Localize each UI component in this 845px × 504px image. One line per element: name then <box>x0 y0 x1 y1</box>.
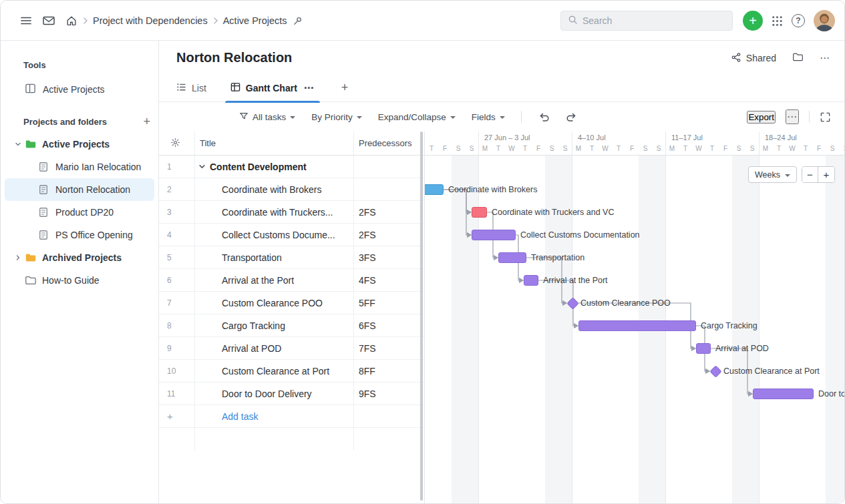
table-row-custom-clearance-poo[interactable]: 7Custom Clearance POO5FF <box>159 292 424 314</box>
sidebar-item-archived-projects[interactable]: Archived Projects <box>5 246 154 269</box>
user-avatar[interactable] <box>814 10 835 31</box>
group-by-dropdown[interactable]: By Priority <box>311 112 362 122</box>
main-panel: Norton Relocation Shared ⋯ <box>159 41 844 503</box>
help-icon[interactable]: ? <box>792 14 805 27</box>
chevron-down-icon[interactable] <box>198 162 206 172</box>
toolbar-left: All tasks By Priority Expand/Collapse Fi… <box>239 111 578 123</box>
export-button[interactable]: Export <box>747 111 776 123</box>
table-row-arrival-at-pod[interactable]: 9Arrival at POD7FS <box>159 337 424 360</box>
sidebar-item-norton-relocation[interactable]: Norton Relocation <box>5 178 154 201</box>
expand-collapse-dropdown[interactable]: Expand/Collapse <box>378 112 456 122</box>
toolbar-more-button[interactable]: ⋯ <box>786 109 799 124</box>
doc-icon <box>38 162 54 172</box>
undo-button[interactable] <box>538 111 550 123</box>
sidebar-item-product-dp20[interactable]: Product DP20 <box>5 201 154 224</box>
add-task-row[interactable]: + Add task <box>159 405 424 428</box>
fullscreen-button[interactable] <box>820 111 831 123</box>
day-letter: S <box>839 144 844 156</box>
task-title-cell: Transportation <box>194 246 353 269</box>
table-row-transportation[interactable]: 5Transportation3FS <box>159 246 424 269</box>
task-title-cell: Content Development <box>194 156 353 178</box>
day-letter: F <box>719 144 732 156</box>
more-options-button[interactable]: ⋯ <box>820 52 830 64</box>
bar-label: Transportation <box>531 252 584 263</box>
table-row-collect-customs-docume[interactable]: 4Collect Customs Docume...2FS <box>159 224 424 246</box>
chevron-down-icon <box>785 174 790 177</box>
table-row-coordinate-with-truckers[interactable]: 3Coordinate with Truckers...2FS <box>159 201 424 224</box>
sidebar-item-label: Active Projects <box>43 84 105 95</box>
home-icon[interactable] <box>65 15 77 27</box>
plus-icon: + <box>167 405 173 428</box>
create-new-button[interactable]: + <box>743 11 763 31</box>
day-letter: S <box>732 144 745 156</box>
tab-list[interactable]: List <box>176 74 206 102</box>
column-header-predecessors[interactable]: Predecessors <box>359 132 411 156</box>
toolbar-right: Export ⋯ <box>747 109 831 124</box>
search-input[interactable]: Search <box>560 11 733 31</box>
tools-heading: Tools <box>23 55 158 74</box>
gantt-bar-cargo-tracking[interactable] <box>578 320 696 331</box>
table-row-content-development[interactable]: 1Content Development <box>159 156 424 178</box>
table-row-door-to-door-delivery[interactable]: 11Door to Door Delivery9FS <box>159 383 424 405</box>
add-view-button[interactable]: + <box>341 81 349 95</box>
gantt-bar-door-to-door-delivery[interactable] <box>753 389 814 399</box>
gantt-bar-coordinate-with-brokers[interactable] <box>425 184 444 195</box>
sidebar-item-how-to-guide[interactable]: How-to Guide <box>5 269 154 292</box>
chevron-right-icon[interactable] <box>11 254 25 261</box>
row-number: 6 <box>167 269 172 292</box>
sidebar-item-active-projects-tool[interactable]: Active Projects <box>1 78 158 101</box>
filter-dropdown[interactable]: All tasks <box>239 111 295 123</box>
row-number: 8 <box>167 314 172 337</box>
timescale-select[interactable]: Weeks <box>748 166 797 183</box>
board-icon <box>25 83 36 96</box>
inbox-mail-icon[interactable] <box>42 14 55 27</box>
apps-grid-icon[interactable] <box>772 15 783 27</box>
zoom-controls: Weeks − + <box>748 166 835 183</box>
breadcrumb-active-projects[interactable]: Active Projects <box>223 15 287 26</box>
gantt-bar-arrival-at-pod[interactable] <box>696 343 711 354</box>
redo-button[interactable] <box>566 111 578 123</box>
day-letter: F <box>532 144 545 156</box>
gantt-body: Coordinate with BrokersCoordinate with T… <box>425 156 844 503</box>
task-title: Content Development <box>210 162 307 172</box>
gantt-bar-arrival-at-the-port[interactable] <box>524 275 538 286</box>
day-letter: S <box>639 144 652 156</box>
gantt-bar-transportation[interactable] <box>498 252 526 263</box>
gantt-bar-coordinate-with-truckers-and-vc[interactable] <box>472 207 487 218</box>
day-letter: T <box>425 144 438 156</box>
share-button[interactable]: Shared <box>731 52 776 65</box>
list-view-icon <box>176 82 186 94</box>
expand-collapse-label: Expand/Collapse <box>378 112 446 122</box>
table-row-cargo-tracking[interactable]: 8Cargo Tracking6FS <box>159 314 424 337</box>
day-letter: T <box>492 144 505 156</box>
folder-action-button[interactable] <box>792 51 804 65</box>
hamburger-menu-icon[interactable] <box>19 14 33 27</box>
gantt-timeline-header: 27 Jun – 3 Jul4–10 Jul11–17 Jul18–24 Jul… <box>425 132 844 156</box>
breadcrumb-project[interactable]: Project with Dependencies <box>93 15 208 26</box>
zoom-out-button[interactable]: − <box>802 167 818 182</box>
chevron-down-icon <box>450 116 456 119</box>
day-letters-row: TFSSMTWTFSSMTWTFSSMTWTFSSMTWTFSS <box>425 144 844 156</box>
gear-icon[interactable] <box>170 138 180 150</box>
fields-dropdown[interactable]: Fields <box>472 112 505 122</box>
table-row-coordinate-with-brokers[interactable]: 2Coordinate with Brokers <box>159 178 424 201</box>
sidebar-item-mario-ian-relocation[interactable]: Mario Ian Relocation <box>5 156 154 178</box>
add-project-button[interactable]: + <box>143 115 150 128</box>
table-row-custom-clearance-at-port[interactable]: 10Custom Clearance at Port8FF <box>159 360 424 383</box>
task-title: Door to Door Delivery <box>222 389 312 399</box>
tab-gantt-chart[interactable]: Gantt Chart ⋯ <box>230 74 315 102</box>
pin-icon[interactable] <box>293 16 303 26</box>
table-row-arrival-at-the-port[interactable]: 6Arrival at the Port4FS <box>159 269 424 292</box>
predecessor-cell: 9FS <box>359 383 376 405</box>
pane-splitter[interactable] <box>420 132 423 501</box>
sidebar-item-ps-office-opening[interactable]: PS Office Opening <box>5 224 154 246</box>
sidebar-item-active-projects[interactable]: Active Projects <box>5 133 154 156</box>
gantt-bar-collect-customs-documentation[interactable] <box>472 230 516 240</box>
projects-heading-row: Projects and folders + <box>23 111 150 132</box>
column-header-title[interactable]: Title <box>200 132 216 156</box>
tab-options-icon[interactable]: ⋯ <box>304 82 315 94</box>
zoom-in-button[interactable]: + <box>818 167 834 182</box>
task-title-cell: Arrival at POD <box>194 337 353 360</box>
share-icon <box>731 52 741 65</box>
chevron-down-icon[interactable] <box>11 141 25 148</box>
